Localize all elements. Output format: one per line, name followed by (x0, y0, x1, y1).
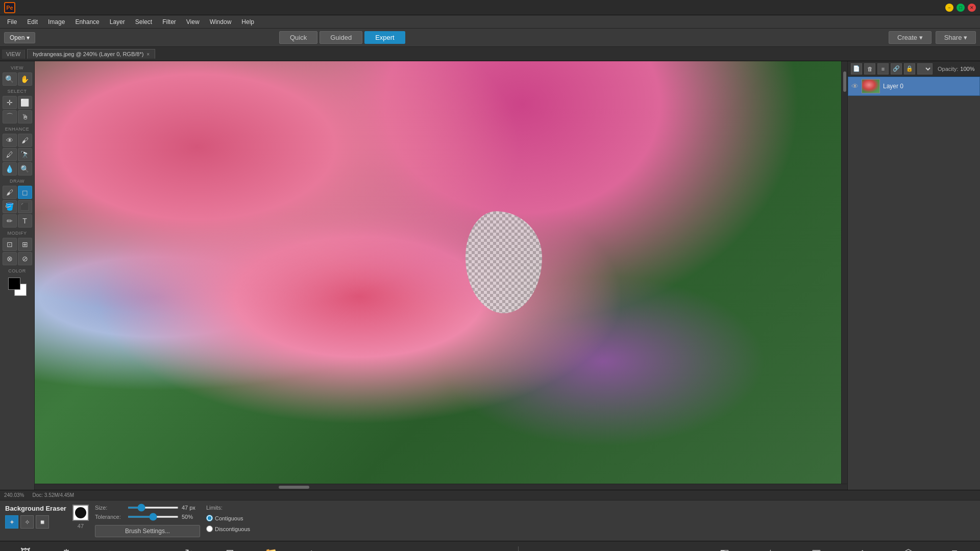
redo-button[interactable]: ↪ Redo (133, 546, 163, 552)
expert-mode-button[interactable]: Expert (364, 31, 405, 44)
bottom-bar: 🖼 Photo Bin ⚙ Tool Options ↩ Undo ↪ Redo… (0, 541, 980, 551)
quick-selection-tool[interactable]: 🖱 (18, 110, 32, 123)
menu-item-image[interactable]: Image (43, 17, 70, 27)
redo-icon: ↪ (141, 546, 155, 552)
layers-panel-toolbar: 📄 🗑 ≡ 🔗 🔒 Normal Opacity: 100% (848, 61, 980, 77)
more-button[interactable]: ≡ More (939, 546, 970, 552)
horizontal-scrollbar[interactable] (35, 484, 847, 490)
zoom-level: 240.03% (4, 492, 24, 498)
move-tool[interactable]: ✛ (3, 96, 17, 109)
vertical-scrollbar[interactable] (841, 61, 847, 484)
link-layers-button[interactable]: 🔗 (891, 63, 902, 74)
menu-item-filter[interactable]: Filter (157, 17, 181, 27)
graphics-button[interactable]: ⬡ Graphics (893, 546, 924, 552)
discontiguous-radio[interactable] (206, 525, 213, 532)
discontiguous-radio-row[interactable]: Discontiguous (206, 525, 250, 532)
close-button[interactable]: ✕ (968, 4, 976, 12)
canvas-area[interactable] (35, 61, 847, 490)
menu-item-enhance[interactable]: Enhance (70, 17, 104, 27)
spot-heal-tool[interactable]: 🖌 (18, 134, 32, 147)
undo-button[interactable]: ↩ Undo (92, 546, 122, 552)
contiguous-radio-row[interactable]: Contiguous (206, 515, 250, 521)
brush-settings-button[interactable]: Brush Settings... (95, 525, 200, 537)
status-bar: 240.03% Doc: 3.52M/4.45M (0, 490, 980, 500)
new-layer-button[interactable]: 📄 (851, 63, 862, 74)
more-icon: ≡ (947, 546, 962, 552)
draw-tools-row: 🖌 ◻ (1, 186, 33, 199)
layer-row[interactable]: 👁 Layer 0 (848, 77, 980, 96)
effects-button[interactable]: ✦ Effects (755, 546, 786, 552)
color-area (1, 278, 33, 296)
lock-button[interactable]: 🔒 (904, 63, 915, 74)
filters-icon: ▦ (810, 546, 824, 552)
create-button[interactable]: Create ▾ (889, 31, 932, 44)
pencil-tool[interactable]: ✏ (3, 214, 17, 228)
menu-item-select[interactable]: Select (130, 17, 157, 27)
background-eraser-icon[interactable]: ✦ (5, 515, 18, 529)
organizer-button[interactable]: 📁 Organizer (255, 546, 286, 552)
size-slider[interactable] (128, 507, 179, 509)
menu-item-window[interactable]: Window (205, 17, 237, 27)
straighten-tool[interactable]: ⊘ (18, 252, 32, 265)
color-swatches[interactable] (8, 278, 27, 296)
tabbar: VIEW hydrangeas.jpeg @ 240% (Layer 0, RG… (0, 47, 980, 61)
zoom-tool[interactable]: 🔍 (3, 72, 17, 86)
layers-button[interactable]: ◧ Layers (709, 546, 740, 552)
layer-options-button[interactable]: ≡ (877, 63, 889, 74)
mode-buttons: Quick Guided Expert (279, 31, 405, 44)
menu-item-layer[interactable]: Layer (105, 17, 130, 27)
layout-icon: ⊞ (223, 546, 237, 552)
clone-tool[interactable]: 🔭 (18, 148, 32, 161)
red-eye-tool[interactable]: 👁 (3, 134, 17, 147)
layout-button[interactable]: ⊞ Layout (214, 546, 245, 552)
modify-section-label: MODIFY (1, 231, 33, 236)
photo-bin-button[interactable]: 🖼 Photo Bin (10, 546, 41, 552)
paint-bucket-tool[interactable]: 🪣 (3, 200, 17, 213)
share-button[interactable]: Share ▾ (936, 31, 976, 44)
menu-item-view[interactable]: View (181, 17, 205, 27)
enhance-tools-row3: 💧 🔍 (1, 162, 33, 176)
tool-options-button[interactable]: ⚙ Tool Options (51, 546, 82, 552)
eraser-tool[interactable]: ◻ (18, 186, 32, 199)
layer-thumbnail (862, 79, 880, 93)
contiguous-radio[interactable] (206, 515, 213, 521)
menu-item-edit[interactable]: Edit (22, 17, 43, 27)
filters-button[interactable]: ▦ Filters (801, 546, 832, 552)
magic-eraser-icon[interactable]: ✧ (20, 515, 34, 529)
blur-tool[interactable]: 💧 (3, 162, 17, 176)
dodge-tool[interactable]: 🔍 (18, 162, 32, 176)
crop-tool[interactable]: ⊡ (3, 238, 17, 251)
hand-tool[interactable]: ✋ (18, 72, 32, 86)
modify-tools-row: ⊡ ⊞ (1, 238, 33, 251)
rotate-icon: ↻ (182, 546, 196, 552)
lasso-tool[interactable]: ⌒ (3, 110, 17, 123)
rotate-button[interactable]: ↻ Rotate (174, 546, 204, 552)
maximize-button[interactable]: □ (957, 4, 965, 12)
right-panel: 📄 🗑 ≡ 🔗 🔒 Normal Opacity: 100% 👁 Layer 0 (847, 61, 980, 490)
minimize-button[interactable]: − (945, 4, 953, 12)
delete-layer-button[interactable]: 🗑 (864, 63, 875, 74)
foreground-color-swatch[interactable] (8, 278, 20, 290)
organizer-icon: 📁 (263, 546, 278, 552)
blend-mode-select[interactable]: Normal (917, 63, 933, 74)
document-tab[interactable]: hydrangeas.jpeg @ 240% (Layer 0, RGB/8*)… (27, 49, 155, 59)
gradient-tool[interactable]: ⬛ (18, 200, 32, 213)
styles-button[interactable]: ◈ Styles (847, 546, 878, 552)
brush-draw-tool[interactable]: 🖌 (3, 186, 17, 199)
menu-item-file[interactable]: File (2, 17, 22, 27)
home-screen-button[interactable]: ⌂ Home Screen (296, 546, 327, 552)
brush-tool[interactable]: 🖊 (3, 148, 17, 161)
tolerance-slider[interactable] (128, 516, 179, 518)
type-tool[interactable]: T (18, 214, 32, 228)
photo-bin-icon: 🖼 (18, 546, 33, 552)
menu-item-help[interactable]: Help (236, 17, 259, 27)
warp-tool[interactable]: ⊞ (18, 238, 32, 251)
quick-mode-button[interactable]: Quick (279, 31, 317, 44)
transform-tool[interactable]: ⊗ (3, 252, 17, 265)
tab-close-button[interactable]: × (146, 52, 150, 57)
eraser-icon[interactable]: ◽ (36, 515, 49, 529)
layer-visibility-icon[interactable]: 👁 (851, 82, 859, 90)
marquee-tool[interactable]: ⬜ (18, 96, 32, 109)
guided-mode-button[interactable]: Guided (320, 31, 362, 44)
open-button[interactable]: Open ▾ (4, 32, 35, 43)
